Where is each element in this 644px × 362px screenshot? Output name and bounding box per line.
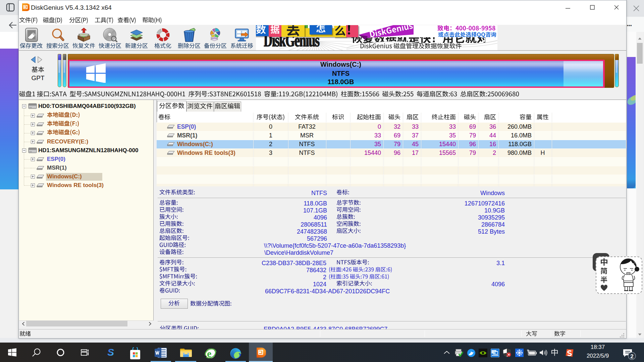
svg-text:2: 2 bbox=[630, 353, 633, 360]
svg-text:S: S bbox=[107, 348, 114, 357]
